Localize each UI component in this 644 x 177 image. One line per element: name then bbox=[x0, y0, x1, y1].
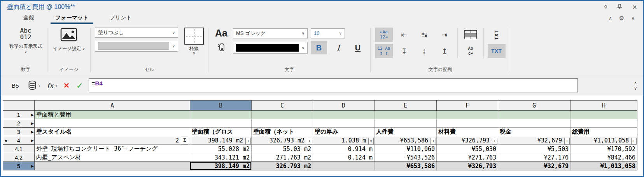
number-format-button[interactable]: Abc 012 数字の表示形式 ∨ bbox=[9, 28, 43, 54]
align-right-icon[interactable]: ⇥ bbox=[436, 28, 453, 42]
italic-button[interactable]: I bbox=[330, 41, 346, 54]
confirm-formula-button[interactable]: ✓ bbox=[76, 82, 83, 90]
expand-plus-icon[interactable]: + bbox=[631, 138, 637, 144]
sheet-cell[interactable] bbox=[35, 119, 190, 128]
close-icon[interactable]: × bbox=[632, 3, 637, 11]
cell-border-button[interactable]: 枠線 ∨ bbox=[184, 28, 204, 55]
column-header-c[interactable]: C bbox=[252, 101, 313, 111]
database-field-button[interactable]: ∨ bbox=[28, 80, 41, 90]
font-color-pen-icon[interactable] bbox=[213, 42, 230, 53]
horizontal-align-toggle[interactable]: ⇤Aa12⇥ bbox=[375, 28, 393, 42]
cancel-formula-button[interactable]: × bbox=[64, 81, 69, 90]
sheet-cell[interactable]: 内壁_アスペン材 bbox=[35, 153, 190, 162]
sheet-cell[interactable]: 55.028 m2 bbox=[190, 145, 252, 153]
vertical-align-toggle[interactable]: 12 Aa↧ ↧ bbox=[375, 44, 393, 58]
sheet-cell[interactable]: 壁面積と費用 bbox=[35, 111, 190, 119]
sheet-cell[interactable]: ¥653,586+ bbox=[374, 136, 437, 145]
text-vertical-button[interactable]: TXT bbox=[488, 28, 506, 42]
sheet-cell[interactable]: ¥543,526 bbox=[374, 153, 437, 162]
row-header-1[interactable]: 1▶ bbox=[3, 111, 35, 119]
sheet-cell[interactable]: 総費用 bbox=[570, 128, 637, 136]
sheet-cell[interactable]: 326.793 m2 bbox=[252, 162, 313, 170]
sheet-cell[interactable]: 55.03 m2 bbox=[252, 145, 313, 153]
fill-color-select[interactable]: ∨ bbox=[95, 40, 178, 52]
sheet-cell[interactable] bbox=[313, 119, 374, 128]
sheet-cell[interactable] bbox=[313, 111, 374, 119]
sheet-cell[interactable]: 壁の厚み bbox=[313, 128, 374, 136]
sheet-cell[interactable]: 壁面積（ネット bbox=[252, 128, 313, 136]
sheet-cell[interactable] bbox=[313, 162, 374, 170]
help-icon[interactable]: ? bbox=[604, 4, 607, 10]
sheet-cell[interactable] bbox=[252, 111, 313, 119]
column-header-e[interactable]: E bbox=[374, 101, 437, 111]
sheet-cell[interactable]: ¥1,013,058+ bbox=[570, 136, 637, 145]
dropdown-icon[interactable]: ▼ bbox=[368, 138, 374, 144]
row-header-4[interactable]: ◆4▶ bbox=[3, 136, 35, 145]
sheet-cell[interactable] bbox=[570, 119, 637, 128]
sheet-cell[interactable]: 326.793 m2+ bbox=[252, 136, 313, 145]
align-bottom-icon[interactable]: ↧ bbox=[395, 44, 413, 58]
sheet-cell[interactable]: ¥110,060 bbox=[374, 145, 437, 153]
sheet-cell[interactable] bbox=[35, 162, 190, 170]
sheet-cell[interactable]: ¥653,586 bbox=[374, 162, 437, 170]
expand-plus-icon[interactable]: + bbox=[307, 138, 312, 144]
wrap-text-button[interactable]: Abc↩ bbox=[462, 44, 480, 58]
merge-cells-button[interactable] bbox=[462, 28, 480, 42]
sheet-cell[interactable] bbox=[190, 119, 252, 128]
formula-expand-down-icon[interactable]: ∨ bbox=[634, 86, 637, 90]
corner-cell[interactable] bbox=[3, 101, 35, 111]
row-header-4-1[interactable]: 4.1 bbox=[3, 145, 35, 153]
font-color-select[interactable]: ∨ bbox=[233, 42, 308, 54]
bold-button[interactable]: B bbox=[311, 41, 327, 54]
sheet-cell[interactable]: 1.038 m▼ bbox=[313, 136, 374, 145]
sheet-cell[interactable]: 343.121 m2 bbox=[190, 153, 252, 162]
sheet-cell[interactable] bbox=[437, 111, 498, 119]
sheet-cell[interactable] bbox=[570, 111, 637, 119]
sheet-cell[interactable]: 壁面積（グロス bbox=[190, 128, 252, 136]
tab-general[interactable]: 全般 bbox=[23, 14, 35, 24]
function-button[interactable]: fx ∨ bbox=[47, 82, 58, 90]
align-top-icon[interactable]: ↥ bbox=[436, 44, 453, 58]
align-center-horizontal-icon[interactable]: ↹ bbox=[415, 28, 433, 42]
chevron-down-icon[interactable]: ∨ bbox=[631, 16, 635, 21]
font-size-select[interactable]: 10 ∨ bbox=[311, 28, 345, 38]
formula-input[interactable]: =B4 bbox=[89, 78, 578, 92]
sheet-cell[interactable]: ¥27,176 bbox=[498, 153, 570, 162]
collapse-ribbon-icon[interactable]: ∧ bbox=[609, 16, 612, 21]
row-header-3[interactable]: 3▶ bbox=[3, 128, 35, 136]
sheet-cell[interactable] bbox=[374, 119, 437, 128]
image-settings-button[interactable]: イメージ設定 ∨ bbox=[52, 28, 86, 51]
sheet-cell[interactable]: ¥5,503 bbox=[498, 145, 570, 153]
align-middle-icon[interactable]: ↨ bbox=[415, 44, 433, 58]
fill-type-select[interactable]: 塗りつぶし ∨ bbox=[95, 28, 178, 38]
pin-icon[interactable] bbox=[617, 4, 622, 10]
sheet-cell[interactable]: 壁スタイル名 bbox=[35, 128, 190, 136]
column-header-a[interactable]: A bbox=[35, 101, 190, 111]
sheet-cell[interactable] bbox=[498, 111, 570, 119]
sheet-cell[interactable] bbox=[498, 119, 570, 128]
sheet-cell[interactable]: 材料費 bbox=[437, 128, 498, 136]
expand-plus-icon[interactable]: + bbox=[492, 138, 497, 144]
sheet-cell[interactable]: 2Σ bbox=[35, 136, 190, 145]
column-header-h[interactable]: H bbox=[570, 101, 637, 111]
sheet-cell[interactable]: ¥842,466 bbox=[570, 153, 637, 162]
column-header-b[interactable]: B bbox=[190, 101, 252, 111]
underline-button[interactable]: U bbox=[350, 41, 366, 54]
row-header-5[interactable]: 5▶ bbox=[3, 162, 35, 170]
row-header-2[interactable]: 2▶ bbox=[3, 119, 35, 128]
sheet-cell[interactable]: ¥32,679 bbox=[498, 162, 570, 170]
sheet-cell[interactable]: 税金 bbox=[498, 128, 570, 136]
sheet-cell[interactable]: 外壁-現場打ちコンクリート 36″-フーチング bbox=[35, 145, 190, 153]
selected-cell-b5[interactable]: 398.149 m2 bbox=[190, 162, 252, 170]
sum-sigma-icon[interactable]: Σ bbox=[181, 137, 188, 144]
sheet-cell[interactable] bbox=[252, 119, 313, 128]
expand-plus-icon[interactable]: + bbox=[564, 138, 570, 144]
tab-print[interactable]: プリント bbox=[109, 14, 133, 24]
font-family-select[interactable]: MS ゴシック ∨ bbox=[233, 28, 308, 38]
text-horizontal-button[interactable]: TXT bbox=[488, 44, 506, 58]
sheet-cell[interactable]: ¥326,793 bbox=[437, 162, 498, 170]
gear-icon[interactable]: ⚙ bbox=[619, 15, 624, 22]
sheet-cell[interactable]: ¥55,030 bbox=[437, 145, 498, 153]
sheet-cell[interactable]: ¥170,592 bbox=[570, 145, 637, 153]
align-left-icon[interactable]: ⇤ bbox=[395, 28, 413, 42]
